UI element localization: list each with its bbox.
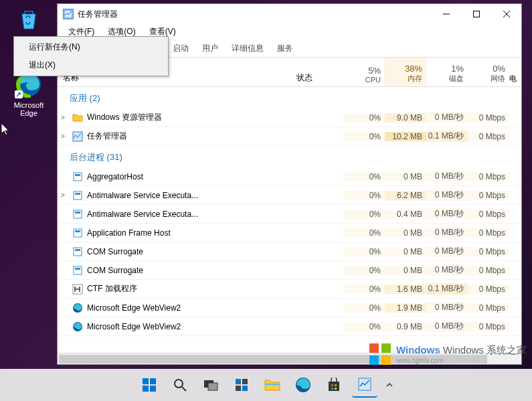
process-icon — [72, 284, 83, 295]
process-list[interactable]: 应用 (2) > Windows 资源管理器 0% 9.0 MB 0 MB/秒 … — [58, 87, 521, 353]
svg-rect-15 — [74, 248, 82, 256]
table-row[interactable]: Microsoft Edge WebView2 0% 1.9 MB 0 MB/秒… — [58, 299, 521, 317]
table-row[interactable]: COM Surrogate 0% 0 MB 0 MB/秒 0 Mbps — [58, 242, 521, 261]
desktop-icon-edge[interactable]: Microsoft Edge — [9, 70, 49, 117]
svg-rect-44 — [335, 388, 337, 390]
titlebar[interactable]: 任务管理器 — [58, 4, 521, 24]
window-title: 任务管理器 — [78, 9, 431, 20]
cell-memory: 0.9 MB — [385, 322, 426, 331]
task-manager-taskbar-icon[interactable] — [352, 372, 377, 398]
tab-users[interactable]: 用户 — [195, 40, 225, 57]
col-memory[interactable]: 38%内存 — [385, 58, 426, 86]
table-row[interactable]: Antimalware Service Executa... 0% 0.4 MB… — [58, 205, 521, 224]
cell-disk: 0 MB/秒 — [426, 171, 468, 182]
file-explorer-icon[interactable] — [260, 372, 285, 398]
table-row[interactable]: > Windows 资源管理器 0% 9.0 MB 0 MB/秒 0 Mbps — [58, 108, 521, 127]
watermark-title: Windows Windows 系统之家 — [396, 344, 527, 357]
widgets-icon[interactable] — [229, 372, 254, 398]
cell-memory: 1.9 MB — [385, 303, 426, 313]
svg-rect-12 — [75, 212, 80, 214]
shortcut-arrow-icon — [15, 90, 23, 98]
process-icon — [72, 112, 83, 123]
process-icon — [72, 228, 83, 238]
menu-run-new-task[interactable]: 运行新任务(N) — [15, 38, 167, 56]
cell-cpu: 0% — [343, 210, 385, 219]
cell-memory: 0.4 MB — [385, 210, 426, 219]
cell-disk: 0 MB/秒 — [426, 302, 468, 313]
process-name: Antimalware Service Executa... — [87, 191, 296, 200]
process-name: AggregatorHost — [87, 172, 296, 181]
tab-details[interactable]: 详细信息 — [225, 40, 270, 57]
table-row[interactable]: AggregatorHost 0% 0 MB 0 MB/秒 0 Mbps — [58, 167, 521, 186]
tray-chevron-icon[interactable] — [383, 372, 396, 398]
svg-rect-16 — [75, 249, 80, 251]
close-button[interactable] — [491, 4, 521, 24]
svg-rect-22 — [369, 343, 379, 353]
cell-memory: 0 MB — [385, 247, 426, 256]
svg-rect-17 — [74, 266, 82, 274]
col-status[interactable]: 状态 — [296, 58, 343, 86]
svg-rect-34 — [236, 379, 241, 384]
start-button[interactable] — [137, 372, 162, 398]
cell-disk: 0 MB/秒 — [426, 321, 468, 332]
section-apps: 应用 (2) — [58, 87, 521, 108]
table-row[interactable]: COM Surrogate 0% 0 MB 0 MB/秒 0 Mbps — [58, 261, 521, 280]
table-row[interactable]: CTF 加载程序 0% 1.6 MB 0.1 MB/秒 0 Mbps — [58, 280, 521, 299]
svg-rect-42 — [335, 384, 337, 386]
svg-rect-14 — [75, 230, 80, 232]
svg-rect-10 — [75, 193, 80, 195]
col-cpu[interactable]: 5%CPU — [343, 58, 385, 86]
svg-rect-28 — [143, 386, 149, 392]
cell-memory: 0 MB — [385, 266, 426, 275]
process-name: CTF 加载程序 — [87, 283, 296, 295]
svg-rect-25 — [381, 355, 391, 365]
minimize-button[interactable] — [431, 4, 461, 24]
cell-memory: 9.0 MB — [385, 113, 426, 123]
cell-disk: 0.1 MB/秒 — [426, 131, 468, 142]
table-row[interactable]: Application Frame Host 0% 0 MB 0 MB/秒 0 … — [58, 224, 521, 242]
task-view-icon[interactable] — [198, 372, 224, 398]
cell-network: 0 Mbps — [468, 132, 509, 141]
process-name: Application Frame Host — [87, 228, 296, 238]
cell-memory: 6.2 MB — [385, 191, 426, 200]
cell-network: 0 Mbps — [468, 228, 509, 238]
cell-network: 0 Mbps — [468, 322, 509, 331]
tab-startup[interactable]: 启动 — [166, 40, 195, 57]
store-icon[interactable] — [321, 372, 347, 398]
expand-icon[interactable]: > — [58, 114, 68, 121]
svg-rect-23 — [381, 343, 391, 353]
process-icon — [72, 265, 83, 276]
search-icon[interactable] — [167, 372, 193, 398]
col-power[interactable]: 电 — [509, 58, 521, 86]
menu-exit[interactable]: 退出(X) — [15, 56, 167, 74]
maximize-button[interactable] — [461, 4, 491, 24]
col-network[interactable]: 0%网络 — [468, 58, 509, 86]
table-row[interactable]: > Antimalware Service Executa... 0% 6.2 … — [58, 186, 521, 205]
expand-icon[interactable]: > — [58, 191, 68, 199]
taskbar[interactable] — [0, 369, 532, 401]
svg-rect-35 — [242, 379, 248, 384]
cell-cpu: 0% — [343, 266, 385, 275]
expand-icon[interactable]: > — [58, 133, 68, 140]
cell-network: 0 Mbps — [468, 303, 509, 313]
table-row[interactable]: Microsoft Edge WebView2 0% 0.9 MB 0 MB/秒… — [58, 317, 521, 336]
cell-memory: 10.2 MB — [385, 132, 426, 141]
cell-cpu: 0% — [343, 322, 385, 331]
svg-rect-37 — [242, 386, 248, 391]
edge-taskbar-icon[interactable] — [290, 372, 316, 398]
tab-services[interactable]: 服务 — [270, 40, 300, 57]
col-disk[interactable]: 1%磁盘 — [426, 58, 468, 86]
svg-rect-27 — [150, 378, 156, 384]
svg-rect-3 — [473, 11, 479, 17]
task-manager-icon — [63, 9, 74, 19]
table-row[interactable]: > 任务管理器 0% 10.2 MB 0.1 MB/秒 0 Mbps — [58, 127, 521, 146]
cell-network: 0 Mbps — [468, 113, 509, 123]
cell-disk: 0 MB/秒 — [426, 189, 468, 201]
process-icon — [72, 190, 83, 201]
process-name: COM Surrogate — [87, 247, 296, 256]
svg-rect-33 — [208, 383, 217, 390]
cell-network: 0 Mbps — [468, 247, 509, 256]
cell-disk: 0 MB/秒 — [426, 227, 468, 238]
svg-rect-26 — [143, 378, 149, 384]
svg-rect-13 — [74, 229, 82, 237]
